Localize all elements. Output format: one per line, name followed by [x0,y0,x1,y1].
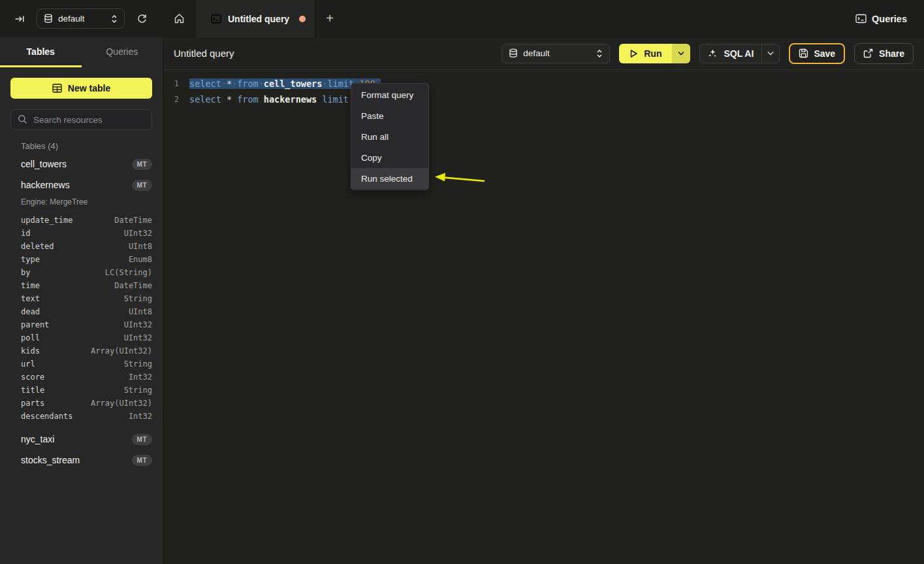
table-grid-icon [52,84,62,93]
table-name: stocks_stream [21,455,132,465]
columns-list: update_time DateTime id UInt32 deleted U… [0,214,163,423]
column-type: UInt32 [124,320,152,329]
sql-ai-button[interactable]: SQL AI [700,48,761,59]
run-button-group: Run [619,44,690,63]
collapse-sidebar-button[interactable] [10,10,29,28]
column-name: url [21,359,124,369]
table-row[interactable]: cell_towers MT [0,154,163,174]
sidebar-tab-tables[interactable]: Tables [0,37,82,67]
top-bar: default [0,0,924,37]
column-name: poll [21,333,124,342]
context-menu-item[interactable]: Paste [351,105,428,126]
chevron-down-icon [767,51,774,56]
query-title: Untitled query [174,48,234,59]
editor-lines: 1 select·*·from·cell_towers·limit·100· 2… [163,76,924,107]
column-row: type Enum8 [0,253,163,266]
column-type: String [124,386,152,395]
sidebar-tab-queries-label: Queries [106,46,138,57]
column-type: Array(UInt32) [91,346,152,356]
column-name: parent [21,320,124,329]
query-toolbar: Untitled query default [163,37,924,70]
column-name: by [21,268,105,277]
column-type: UInt32 [124,229,152,238]
editor-line: 1 select·*·from·cell_towers·limit·100· [163,76,924,91]
column-type: LC(String) [105,268,152,277]
column-row: by LC(String) [0,266,163,279]
column-name: title [21,386,124,395]
column-type: DateTime [114,281,152,290]
toolbar-database-value: default [523,48,591,58]
table-row[interactable]: stocks_stream MT [0,450,163,471]
toolbar-actions: default Run [502,43,914,64]
column-row: parts Array(UInt32) [0,397,163,410]
share-button[interactable]: Share [854,43,914,64]
sql-editor[interactable]: 1 select·*·from·cell_towers·limit·100· 2… [163,70,924,564]
column-name: dead [21,307,129,316]
column-name: id [21,229,124,238]
column-name: type [21,255,129,264]
line-number: 1 [163,79,179,88]
search-wrap [10,109,152,130]
engine-badge: MT [132,455,152,466]
table-row[interactable]: nyc_taxi MT [0,429,163,450]
save-button-label: Save [814,48,835,59]
queries-icon [855,14,867,24]
context-menu-item[interactable]: Run all [351,126,428,147]
collapse-sidebar-icon [14,14,25,24]
search-resources-input[interactable] [10,109,152,130]
column-name: time [21,281,114,290]
sparkles-icon [708,48,718,58]
new-table-button[interactable]: New table [10,78,152,99]
tab-untitled-query[interactable]: Untitled query [195,0,315,37]
column-name: descendants [21,412,129,421]
database-icon [509,48,518,58]
engine-badge: MT [132,434,152,445]
refresh-icon [136,13,148,24]
column-row: parent UInt32 [0,318,163,331]
column-name: kids [21,346,91,356]
column-name: parts [21,399,91,408]
play-icon [629,49,638,58]
column-row: id UInt32 [0,227,163,240]
context-menu-item[interactable]: Run selected [351,168,428,189]
line-number: 2 [163,95,179,104]
column-type: UInt32 [124,333,152,342]
toolbar-database-selector[interactable]: default [502,44,610,63]
sql-ai-options-button[interactable] [761,44,779,63]
column-row: update_time DateTime [0,214,163,227]
run-button[interactable]: Run [619,44,672,63]
line-code: select * from hackernews limit [189,94,354,105]
run-button-label: Run [644,48,661,59]
run-options-button[interactable] [672,44,690,63]
queries-button-label: Queries [872,14,907,24]
engine-badge: MT [132,180,152,191]
topbar-database-selector[interactable]: default [37,8,125,29]
database-icon [44,14,53,24]
tables-list: cell_towers MT hackernews MT Engine: Mer… [0,154,163,471]
sidebar-tab-tables-label: Tables [27,46,55,57]
chevron-up-down-icon [596,49,603,58]
tab-label: Untitled query [228,14,293,24]
plus-icon: + [326,11,334,26]
add-tab-button[interactable]: + [315,0,344,37]
column-row: dead UInt8 [0,305,163,318]
home-button[interactable] [163,0,195,37]
refresh-button[interactable] [133,10,151,28]
sql-ai-button-group: SQL AI [699,44,780,63]
sidebar-tabs: Tables Queries [0,37,163,67]
unsaved-changes-dot [299,16,306,22]
topbar-database-value: default [58,14,106,24]
queries-button[interactable]: Queries [855,14,907,24]
column-name: score [21,373,129,382]
context-menu-item[interactable]: Copy [351,147,428,168]
table-row[interactable]: hackernews MT [0,174,163,195]
new-table-button-label: New table [68,83,110,93]
column-row: deleted UInt8 [0,240,163,253]
topbar-right: Queries [855,0,924,37]
context-menu-item[interactable]: Format query [351,84,428,105]
column-type: Enum8 [129,255,152,264]
table-name: hackernews [21,180,132,190]
sidebar-tab-queries[interactable]: Queries [82,37,163,67]
topbar-left: default [0,0,163,37]
save-button[interactable]: Save [789,43,845,64]
